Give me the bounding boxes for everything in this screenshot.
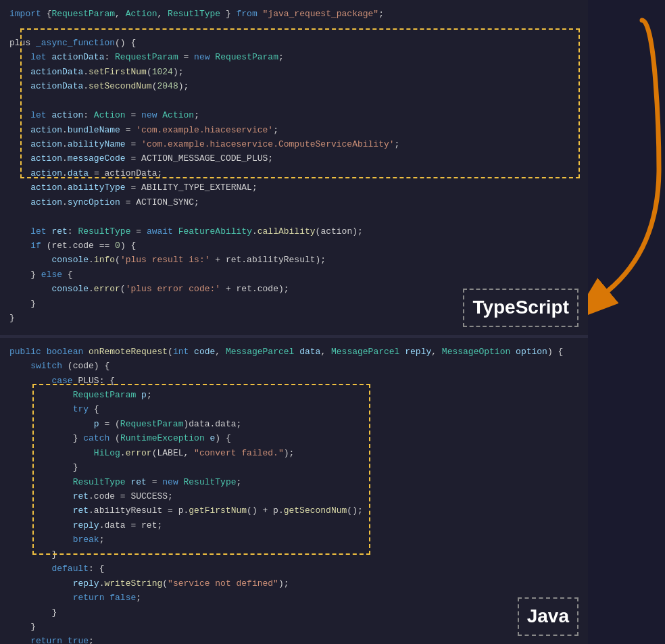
typescript-panel: import {RequestParam, Action, ResutlType…	[0, 0, 588, 338]
curved-arrow	[588, 0, 662, 338]
left-column: import {RequestParam, Action, ResutlType…	[0, 0, 588, 644]
java-panel: public boolean onRemoteRequest(int code,…	[0, 338, 588, 644]
page-wrapper: import {RequestParam, Action, ResutlType…	[0, 0, 665, 644]
typescript-code: import {RequestParam, Action, ResutlType…	[9, 7, 578, 326]
right-arrow-area	[588, 0, 665, 644]
java-label: Java	[527, 605, 569, 626]
typescript-label: TypeScript	[472, 297, 569, 318]
typescript-label-box: TypeScript	[463, 289, 578, 327]
java-code: public boolean onRemoteRequest(int code,…	[9, 345, 578, 644]
java-label-box: Java	[518, 597, 578, 636]
